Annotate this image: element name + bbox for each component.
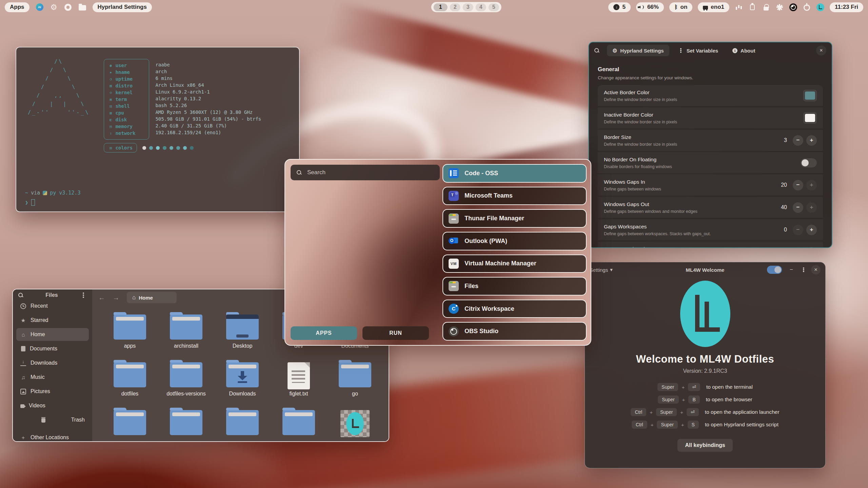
ml4w-icon[interactable] [816,3,824,11]
minimize-button[interactable]: − [787,265,796,274]
file-item-desktop[interactable]: Desktop [214,310,271,358]
search-icon[interactable] [594,48,599,53]
toggle-switch[interactable] [801,158,817,167]
breadcrumb[interactable]: ⌂ Home [127,292,177,303]
launcher-item-thunar-file-manager[interactable]: Thunar File Manager [442,209,587,228]
tab-about[interactable]: i About [727,45,761,56]
terminal-window[interactable]: /\ / \ / \ / \ / ,, \ / | | \ /_-'' ''-_… [16,47,300,212]
file-item-dotfiles[interactable]: dotfiles [102,358,158,406]
wallpaper-effects-icon[interactable] [776,4,783,11]
run-tab-button[interactable]: RUN [362,326,429,340]
increase-button[interactable]: + [806,180,817,190]
welcome-settings-menu[interactable]: Settings ▾ [590,267,613,273]
file-item-go[interactable]: go [327,358,383,406]
launcher-item-virtual-machine-manager[interactable]: Virtual Machine Manager [442,255,587,273]
prompt-line[interactable]: ❯ [25,199,35,206]
decrease-button[interactable]: − [793,180,803,190]
bluetooth-indicator[interactable]: ᛒ on [669,2,692,12]
setting-title: Border Size [604,134,784,140]
file-item-archinstall[interactable]: archinstall [158,310,214,358]
search-input[interactable]: Search [291,165,440,180]
sidebar-item-documents[interactable]: Documents [16,342,89,355]
close-button[interactable]: × [811,265,821,274]
launcher-item-citrix-workspace[interactable]: Citrix Workspace [442,300,587,318]
decrease-button[interactable]: − [793,247,803,248]
forward-arrow-icon[interactable]: → [113,294,119,302]
color-swatch-button[interactable] [803,112,817,124]
file-item[interactable] [214,406,271,441]
workspace-button-5[interactable]: 5 [489,3,499,11]
file-item[interactable] [271,406,327,441]
back-arrow-icon[interactable]: ← [98,294,105,302]
fetch-values: raabearch6 minsArch Linux x86_64Linux 6.… [155,59,261,140]
decrease-button[interactable]: − [793,225,803,235]
workspace-button-1[interactable]: 1 [434,3,448,11]
launcher-item-microsoft-teams[interactable]: Microsoft Teams [442,187,587,205]
apps-menu-button[interactable]: Apps [5,2,29,12]
launcher-item-outlook-pwa[interactable]: Outlook (PWA) [442,232,587,250]
clipboard-icon[interactable] [750,4,755,10]
file-item-dotfiles-versions[interactable]: dotfiles-versions [158,358,214,406]
file-item-figlet-txt[interactable]: figlet.txt [271,358,327,406]
launcher-item-files[interactable]: Files [442,277,587,296]
workspace-button-4[interactable]: 4 [476,3,486,11]
palette-dot-2 [149,146,153,150]
settings-gear-icon[interactable]: ⚙ [50,3,58,11]
launcher-item-obs-studio[interactable]: OBS Studio [442,322,587,341]
fetch-label-term: ▣term [108,96,145,103]
shell-prompt: ~ via py v3.12.3 [25,190,80,196]
browser-icon[interactable] [64,4,72,11]
system-stats-icon[interactable] [736,4,742,10]
tab-set-variables[interactable]: Set Variables [673,45,724,56]
menu-kebab-icon[interactable] [803,269,804,270]
launcher-item-code-oss[interactable]: Code - OSS [442,164,587,183]
tab-hyprland-settings[interactable]: ⚙ Hyprland Settings [607,45,669,56]
search-icon[interactable] [18,293,23,298]
autostart-toggle[interactable] [767,266,782,274]
sidebar-item-videos[interactable]: Videos [16,399,89,412]
teams-icon [449,191,459,201]
outlook-icon [449,236,459,246]
file-manager-icon[interactable] [79,5,86,11]
file-item-apps[interactable]: apps [102,310,158,358]
clock[interactable]: 11:23 Fri [830,2,863,12]
menu-kebab-icon[interactable] [83,294,84,296]
decrease-button[interactable]: − [793,202,803,213]
file-item-downloads[interactable]: Downloads [214,358,271,406]
increase-button[interactable]: + [806,202,817,213]
hyprland-settings-window[interactable]: ⚙ Hyprland Settings Set Variables i Abou… [588,42,832,248]
file-item[interactable] [158,406,214,441]
updates-indicator[interactable]: ↓ 5 [608,2,630,12]
workspace-button-2[interactable]: 2 [450,3,460,11]
sidebar-item-pictures[interactable]: Pictures [16,385,89,398]
sidebar-item-downloads[interactable]: Downloads [16,357,89,369]
sidebar-item-other-locations[interactable]: + Other Locations [16,434,89,441]
volume-indicator[interactable]: 66% [636,2,664,12]
lock-icon[interactable] [764,7,769,11]
sidebar-item-trash[interactable]: Trash [16,413,89,426]
power-icon[interactable] [804,4,810,11]
apps-tab-button[interactable]: APPS [291,326,357,340]
obs-icon[interactable] [789,3,797,11]
increase-button[interactable]: + [806,225,817,235]
increase-button[interactable]: + [806,135,817,146]
sidebar-item-recent[interactable]: Recent [16,300,89,312]
application-launcher[interactable]: Search APPS RUN Code - OSSMicrosoft Team… [284,159,591,346]
sidebar-item-starred[interactable]: ★Starred [16,314,89,327]
fetch-value-term: alacritty 0.13.2 [155,96,261,103]
sidebar-item-home[interactable]: ⌂Home [16,328,89,341]
sidebar-item-music[interactable]: ♫Music [16,371,89,384]
workspace-button-3[interactable]: 3 [463,3,473,11]
file-item[interactable] [102,406,158,441]
ml4w-welcome-window[interactable]: ML4W Welcome Settings ▾ − × Welcome to M… [585,262,826,468]
file-item[interactable] [327,406,383,441]
color-swatch-button[interactable] [803,90,817,101]
decrease-button[interactable]: − [793,135,803,146]
sidebar-item-label: Starred [31,317,48,323]
close-button[interactable]: × [816,45,826,56]
increase-button[interactable]: + [806,247,817,248]
ai-assistant-icon[interactable]: AI [36,3,43,11]
network-indicator[interactable]: eno1 [698,2,729,12]
file-item-label: dotfiles [121,391,139,397]
all-keybindings-button[interactable]: All keybindings [677,439,732,452]
